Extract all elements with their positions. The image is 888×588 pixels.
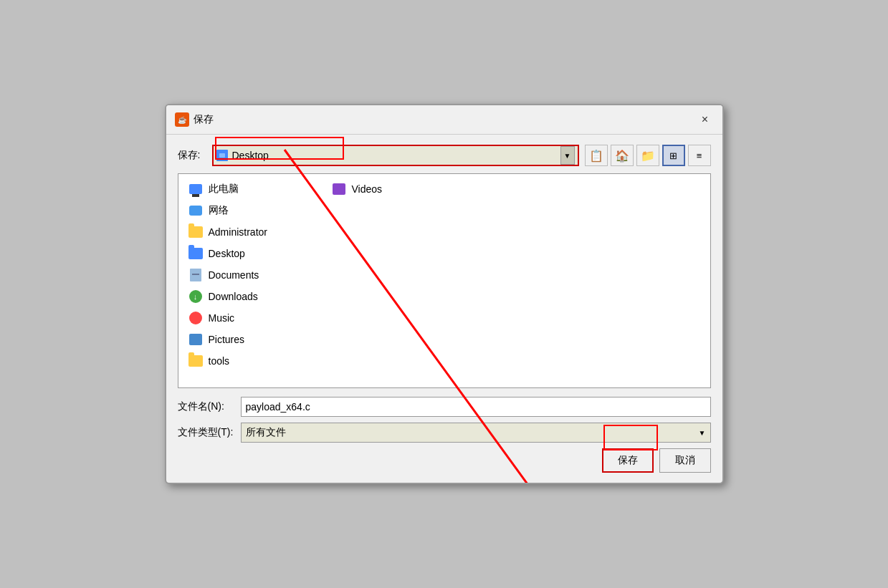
list-item[interactable]: Pictures [184,330,299,349]
location-label: 保存: [178,149,206,162]
recent-icon: 📋 [589,149,603,163]
tools-folder-icon [188,355,203,367]
detail-view-btn[interactable]: ≡ [688,145,711,166]
list-item[interactable]: Documents [184,266,299,284]
home-icon: 🏠 [615,149,629,163]
filetype-value: 所有文件 [246,426,286,439]
filename-input[interactable] [241,397,711,417]
filename-row: 文件名(N): [178,397,711,417]
item-label: 此电脑 [209,183,239,196]
title-bar-left: ☕ 保存 [175,112,214,127]
item-label: 网络 [209,204,229,217]
list-item[interactable]: Music [184,309,299,327]
toolbar-icons: 📋 🏠 📁 ⊞ ≡ [585,145,711,166]
save-dialog: ☕ 保存 × 保存: Desktop ▼ 📋 🏠 [165,104,724,484]
location-value-container: Desktop [216,150,560,161]
list-item[interactable]: Administrator [184,223,299,241]
filetype-select[interactable]: 所有文件 ▼ [241,423,711,443]
item-label: Administrator [209,226,267,238]
list-item[interactable]: 网络 [184,201,299,220]
title-bar: ☕ 保存 × [166,105,722,135]
file-panel: 此电脑 网络 Administrator [178,173,711,388]
file-list-left: 此电脑 网络 Administrator [184,180,299,382]
file-list-right: Videos [328,180,442,382]
save-button[interactable]: 保存 [602,448,654,473]
list-item[interactable]: tools [184,352,299,370]
close-button[interactable]: × [697,111,714,128]
item-label: Music [209,312,235,324]
cancel-button[interactable]: 取消 [659,448,711,473]
recent-folders-btn[interactable]: 📋 [585,145,608,166]
location-folder-icon [216,150,228,161]
buttons-row: 保存 取消 [178,448,711,473]
music-icon [188,312,203,324]
dialog-body: 保存: Desktop ▼ 📋 🏠 📁 ⊞ [166,135,722,483]
list-icon: ⊞ [669,150,677,161]
computer-icon [188,183,203,196]
location-dropdown-arrow[interactable]: ▼ [560,146,575,165]
item-label: Downloads [209,291,258,302]
location-row: 保存: Desktop ▼ 📋 🏠 📁 ⊞ [178,145,711,166]
item-label: Pictures [209,334,245,345]
item-label: Desktop [209,248,245,259]
list-item[interactable]: 此电脑 [184,180,299,198]
downloads-icon: ↓ [188,290,203,303]
documents-icon [188,269,203,281]
network-icon [188,204,203,217]
new-folder-icon: 📁 [641,149,655,163]
new-folder-btn[interactable]: 📁 [636,145,659,166]
filetype-label: 文件类型(T): [178,426,235,439]
list-item-downloads[interactable]: ↓ Downloads [184,287,299,306]
list-view-btn[interactable]: ⊞ [662,145,685,166]
item-label: Videos [352,183,383,195]
app-icon: ☕ [175,112,189,127]
item-label: tools [209,355,230,367]
list-item[interactable]: Videos [328,180,442,198]
videos-icon [332,183,346,196]
pictures-icon [188,333,203,346]
filetype-arrow: ▼ [699,429,706,437]
folder-yellow-icon [188,226,203,238]
detail-icon: ≡ [697,150,702,161]
list-item[interactable]: Desktop [184,244,299,263]
filetype-row: 文件类型(T): 所有文件 ▼ [178,423,711,443]
folder-blue-icon [188,247,203,260]
filename-label: 文件名(N): [178,400,235,413]
home-btn[interactable]: 🏠 [611,145,634,166]
item-label: Documents [209,269,259,281]
location-value: Desktop [232,150,269,161]
dialog-title: 保存 [194,113,214,126]
location-dropdown[interactable]: Desktop ▼ [212,145,579,166]
